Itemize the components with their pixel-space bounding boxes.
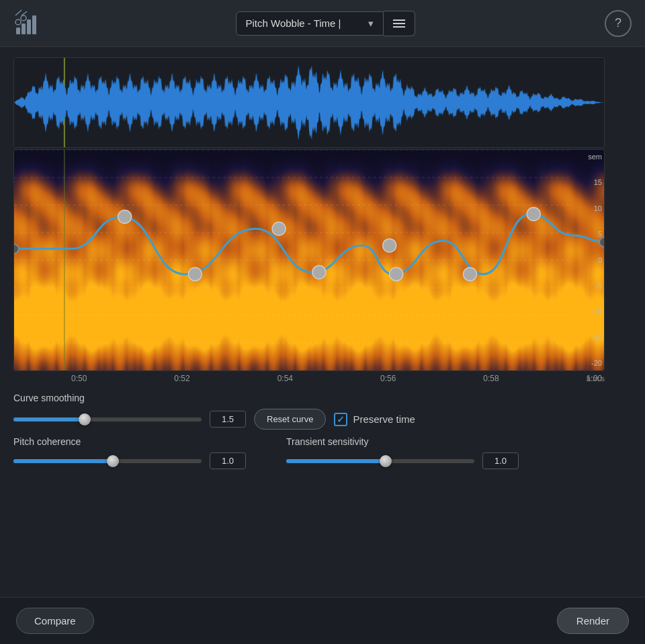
spectrogram-canvas bbox=[14, 150, 604, 370]
svg-line-7 bbox=[22, 11, 27, 15]
pitch-coherence-col: Pitch coherence 1.0 bbox=[13, 436, 246, 473]
help-button[interactable]: ? bbox=[605, 10, 632, 37]
preset-dropdown[interactable]: Pitch Wobble - Time | ▾ bbox=[236, 11, 384, 36]
pitch-coherence-slider[interactable] bbox=[13, 459, 202, 463]
curve-smoothing-thumb[interactable] bbox=[79, 413, 91, 426]
timeline: 0:50 0:52 0:54 0:56 0:58 1:00 h:m:s bbox=[13, 371, 605, 386]
preserve-time-label: Preserve time bbox=[353, 413, 415, 425]
waveform-display bbox=[13, 57, 605, 148]
transient-sensitivity-fill bbox=[286, 459, 386, 463]
two-col-controls: Pitch coherence 1.0 Transient sensitivit… bbox=[13, 436, 632, 473]
transient-sensitivity-row: 1.0 bbox=[286, 452, 519, 469]
svg-rect-2 bbox=[27, 19, 31, 34]
checkmark-icon: ✓ bbox=[337, 414, 345, 425]
help-icon: ? bbox=[615, 16, 621, 30]
svg-point-5 bbox=[21, 15, 26, 21]
transient-sensitivity-slider[interactable] bbox=[286, 459, 474, 463]
time-markers: 0:50 0:52 0:54 0:56 0:58 1:00 bbox=[71, 374, 602, 383]
pitch-coherence-label: Pitch coherence bbox=[13, 436, 246, 447]
compare-button[interactable]: Compare bbox=[16, 608, 94, 634]
transient-sensitivity-label: Transient sensitivity bbox=[286, 436, 519, 447]
hamburger-icon bbox=[393, 19, 405, 28]
curve-smoothing-row: 1.5 Reset curve ✓ Preserve time bbox=[13, 409, 632, 430]
logo bbox=[13, 7, 46, 40]
svg-rect-0 bbox=[16, 28, 20, 34]
pitch-coherence-value: 1.0 bbox=[210, 452, 246, 469]
svg-line-6 bbox=[15, 10, 22, 15]
preset-area: Pitch Wobble - Time | ▾ bbox=[236, 11, 415, 36]
pitch-coherence-thumb[interactable] bbox=[107, 455, 119, 467]
svg-rect-3 bbox=[32, 15, 36, 34]
svg-rect-1 bbox=[22, 24, 26, 34]
render-button[interactable]: Render bbox=[557, 608, 629, 634]
controls-section: Curve smoothing 1.5 Reset curve ✓ Preser… bbox=[13, 393, 632, 473]
time-marker-0: 0:50 bbox=[71, 374, 87, 383]
spectrogram-display[interactable]: sem 15 10 5 0 -5 -10 -15 -20 bbox=[13, 149, 605, 371]
curve-smoothing-value: 1.5 bbox=[210, 411, 246, 428]
time-marker-1: 0:52 bbox=[174, 374, 189, 383]
curve-smoothing-slider[interactable] bbox=[13, 417, 202, 421]
waveform-canvas bbox=[14, 58, 604, 147]
time-marker-4: 0:58 bbox=[483, 374, 499, 383]
time-marker-3: 0:56 bbox=[380, 374, 396, 383]
main-content: sem 15 10 5 0 -5 -10 -15 -20 0:50 0:52 0… bbox=[0, 47, 645, 483]
transient-sensitivity-value: 1.0 bbox=[482, 452, 519, 469]
transient-sensitivity-col: Transient sensitivity 1.0 bbox=[286, 436, 519, 473]
chevron-down-icon: ▾ bbox=[368, 17, 374, 30]
menu-button[interactable] bbox=[384, 11, 415, 36]
preserve-time-group: ✓ Preserve time bbox=[334, 413, 415, 426]
curve-smoothing-label: Curve smoothing bbox=[13, 393, 632, 403]
preserve-time-checkbox[interactable]: ✓ bbox=[334, 413, 347, 426]
svg-point-4 bbox=[15, 19, 21, 25]
header: Pitch Wobble - Time | ▾ ? bbox=[0, 0, 645, 47]
bottom-bar: Compare Render bbox=[0, 597, 645, 644]
preset-name: Pitch Wobble - Time | bbox=[246, 17, 341, 29]
reset-curve-button[interactable]: Reset curve bbox=[254, 409, 326, 430]
transient-sensitivity-thumb[interactable] bbox=[380, 455, 392, 467]
curve-smoothing-fill bbox=[13, 417, 85, 421]
izotope-logo-icon bbox=[15, 9, 44, 38]
time-unit-label: h:m:s bbox=[587, 374, 605, 383]
pitch-coherence-fill bbox=[13, 459, 113, 463]
time-marker-2: 0:54 bbox=[277, 374, 293, 383]
pitch-coherence-row: 1.0 bbox=[13, 452, 246, 469]
